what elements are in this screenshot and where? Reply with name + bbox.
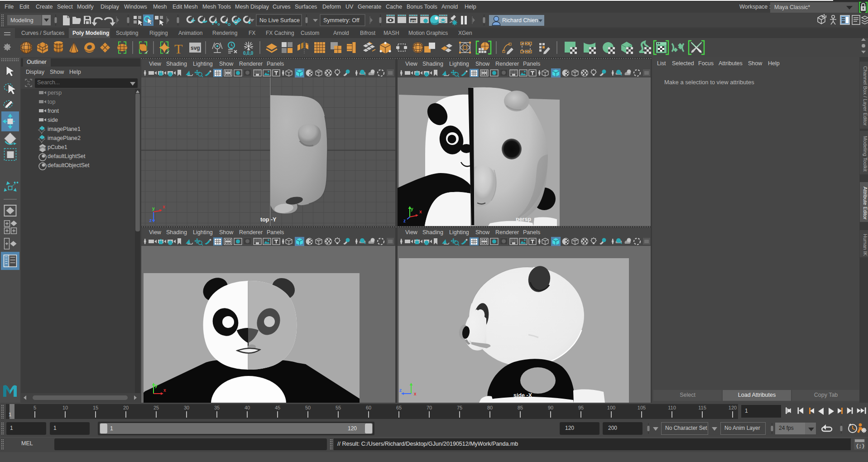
svg-text:svg: svg bbox=[191, 45, 200, 51]
svg-text:0,0,0: 0,0,0 bbox=[243, 51, 254, 56]
svg-text:Richard Chien: Richard Chien bbox=[502, 17, 538, 24]
svg-text:5: 5 bbox=[34, 405, 36, 410]
svg-text:x: x bbox=[163, 204, 165, 209]
svg-text:x: x bbox=[414, 391, 417, 396]
svg-text:Modeling: Modeling bbox=[10, 17, 34, 24]
svg-text:85: 85 bbox=[518, 405, 523, 410]
svg-text:45: 45 bbox=[275, 405, 280, 410]
svg-text:1: 1 bbox=[9, 412, 11, 417]
svg-text:side -X: side -X bbox=[513, 392, 532, 399]
svg-text:Symmetry: Off: Symmetry: Off bbox=[323, 17, 360, 24]
svg-text:95: 95 bbox=[578, 405, 584, 410]
svg-text:105: 105 bbox=[638, 405, 646, 410]
svg-text:x: x bbox=[419, 209, 422, 214]
svg-text:55: 55 bbox=[336, 405, 341, 410]
svg-text:40: 40 bbox=[245, 405, 250, 410]
svg-text:110: 110 bbox=[668, 405, 676, 410]
svg-text:35: 35 bbox=[214, 405, 220, 410]
svg-text:z: z bbox=[399, 388, 402, 393]
svg-text:50: 50 bbox=[305, 405, 311, 410]
svg-text:x: x bbox=[163, 388, 166, 393]
svg-text:25: 25 bbox=[153, 405, 159, 410]
svg-text:100: 100 bbox=[607, 405, 615, 410]
svg-text:IPR: IPR bbox=[411, 19, 417, 23]
svg-text:120: 120 bbox=[729, 405, 737, 410]
svg-text:persp: persp bbox=[516, 216, 531, 222]
svg-text:T: T bbox=[174, 41, 182, 56]
svg-text:y: y bbox=[411, 207, 413, 212]
svg-text:z: z bbox=[403, 218, 406, 223]
svg-text:10: 10 bbox=[62, 405, 68, 410]
svg-text:z: z bbox=[149, 218, 152, 223]
svg-text:30: 30 bbox=[184, 405, 189, 410]
svg-text:80: 80 bbox=[487, 405, 493, 410]
svg-text:top -Y: top -Y bbox=[260, 217, 277, 223]
svg-text:70: 70 bbox=[427, 405, 432, 410]
svg-text:y: y bbox=[155, 383, 158, 388]
svg-text:15: 15 bbox=[93, 405, 98, 410]
svg-text:20: 20 bbox=[123, 405, 129, 410]
svg-text:75: 75 bbox=[457, 405, 462, 410]
svg-text:65: 65 bbox=[396, 405, 402, 410]
svg-text:No Live Surface: No Live Surface bbox=[259, 17, 300, 24]
svg-text:90: 90 bbox=[548, 405, 553, 410]
svg-text:y: y bbox=[152, 206, 155, 211]
svg-text:60: 60 bbox=[366, 405, 371, 410]
svg-text:{;}: {;} bbox=[856, 443, 865, 449]
svg-text:115: 115 bbox=[698, 405, 706, 410]
